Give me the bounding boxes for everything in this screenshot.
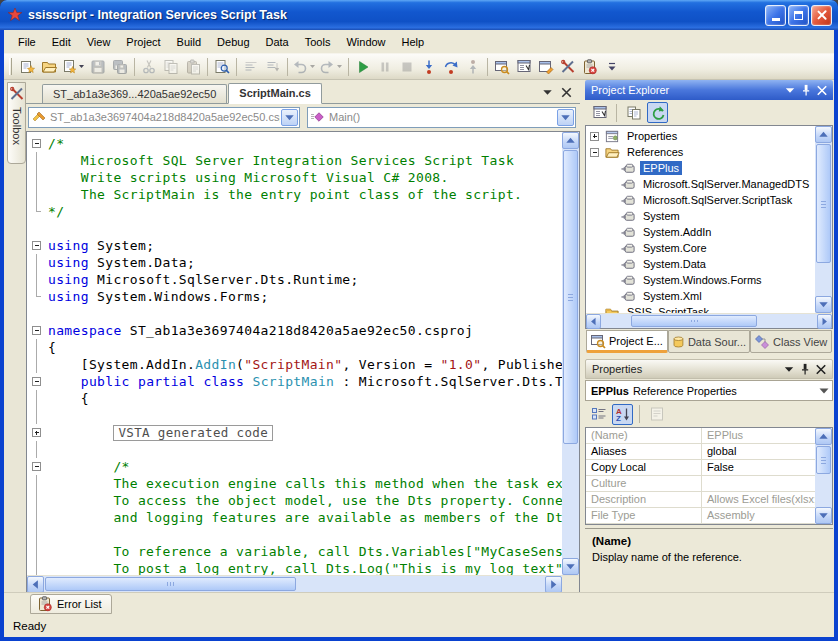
code-line[interactable]: using System.Data; (27, 254, 562, 271)
tree-item-epplus[interactable]: EPPlus (586, 160, 815, 176)
tree-item-microsoft-sqlserver-scripttask[interactable]: Microsoft.SqlServer.ScriptTask (586, 192, 815, 208)
fold-margin[interactable] (27, 271, 48, 288)
code-line[interactable]: using System.Windows.Forms; (27, 288, 562, 305)
document-close-button[interactable] (559, 85, 574, 100)
categorized-button[interactable] (588, 404, 609, 425)
toolbox-tab[interactable]: Toolbox (7, 82, 26, 164)
error-list-tab[interactable]: Error List (30, 594, 112, 614)
collapse-icon[interactable] (32, 326, 41, 335)
code-line[interactable]: */ (27, 203, 562, 220)
error-list-button[interactable] (579, 56, 601, 78)
tree-horizontal-scrollbar[interactable] (586, 313, 832, 328)
project-explorer-menu-button[interactable] (782, 83, 798, 98)
scroll-left-button[interactable] (586, 314, 601, 329)
fold-margin[interactable] (27, 424, 48, 441)
tree-item-system-addin[interactable]: System.AddIn (586, 224, 815, 240)
scroll-thumb[interactable] (816, 144, 831, 263)
menu-file[interactable]: File (10, 32, 44, 52)
code-line[interactable] (27, 220, 562, 237)
members-dropdown-button[interactable] (557, 109, 574, 126)
scroll-right-button[interactable] (817, 314, 832, 329)
fold-margin[interactable] (27, 543, 48, 560)
break-all-button[interactable] (374, 56, 396, 78)
fold-margin[interactable] (27, 390, 48, 407)
open-file-button[interactable] (38, 56, 60, 78)
menu-help[interactable]: Help (394, 32, 433, 52)
property-row[interactable]: (Name)EPPlus (586, 428, 815, 444)
code-line[interactable]: Microsoft SQL Server Integration Service… (27, 152, 562, 169)
fold-margin[interactable] (27, 152, 48, 169)
tree-item-system[interactable]: System (586, 208, 815, 224)
tab-project-e-[interactable]: Project E... (586, 330, 668, 353)
dropdown-caret-icon[interactable] (77, 62, 86, 71)
project-explorer-button[interactable] (491, 56, 513, 78)
scroll-thumb[interactable] (631, 315, 756, 327)
property-value[interactable]: global (702, 444, 815, 459)
code-designer-button[interactable] (535, 56, 557, 78)
property-value[interactable]: Assembly (702, 508, 815, 523)
document-list-button[interactable] (540, 85, 555, 100)
tab-data-sour-[interactable]: Data Sour... (668, 330, 750, 353)
undo-button[interactable] (291, 56, 318, 78)
code-line[interactable] (27, 407, 562, 424)
paste-button[interactable] (182, 56, 204, 78)
save-button[interactable] (87, 56, 109, 78)
tree-item-ssis-scripttask[interactable]: SSIS_ScriptTask (586, 304, 815, 313)
scroll-thumb[interactable] (563, 150, 578, 444)
comment-lines-button[interactable] (240, 56, 262, 78)
toolbar-overflow-button[interactable] (601, 56, 623, 78)
types-dropdown-button[interactable] (281, 109, 298, 126)
properties-window-button[interactable] (513, 56, 535, 78)
code-line[interactable]: and logging features are available as me… (27, 509, 562, 526)
menu-data[interactable]: Data (258, 32, 297, 52)
code-line[interactable] (27, 441, 562, 458)
code-line[interactable]: public partial class ScriptMain : Micros… (27, 373, 562, 390)
menu-debug[interactable]: Debug (209, 32, 257, 52)
code-line[interactable]: /* (27, 135, 562, 152)
code-line[interactable]: [System.AddIn.AddIn("ScriptMain", Versio… (27, 356, 562, 373)
property-row[interactable]: Aliasesglobal (586, 444, 815, 460)
fold-margin[interactable] (27, 254, 48, 271)
start-debugging-button[interactable] (352, 56, 374, 78)
tree-item-system-xml[interactable]: System.Xml (586, 288, 815, 304)
property-pages-button[interactable] (646, 404, 667, 425)
title-bar[interactable]: ssisscript - Integration Services Script… (0, 0, 838, 30)
fold-margin[interactable] (27, 186, 48, 203)
code-editor[interactable]: /* Microsoft SQL Server Integration Serv… (26, 131, 580, 592)
members-dropdown[interactable]: Main() (307, 107, 576, 128)
refresh-button[interactable] (647, 102, 668, 123)
redo-button[interactable] (318, 56, 345, 78)
copy-button[interactable] (160, 56, 182, 78)
fold-margin[interactable] (27, 407, 48, 424)
properties-menu-button[interactable] (781, 362, 797, 377)
properties-pin-button[interactable] (797, 362, 813, 377)
code-line[interactable] (27, 526, 562, 543)
close-button[interactable] (811, 5, 832, 26)
tree-item-references[interactable]: References (586, 144, 815, 160)
fold-margin[interactable] (27, 305, 48, 322)
scroll-track[interactable] (815, 445, 832, 507)
code-line[interactable]: { (27, 390, 562, 407)
properties-header[interactable]: Properties (585, 359, 833, 379)
code-line[interactable]: using Microsoft.SqlServer.Dts.Runtime; (27, 271, 562, 288)
fold-margin[interactable] (27, 560, 48, 575)
fold-margin[interactable] (27, 322, 48, 339)
new-project-button[interactable] (16, 56, 38, 78)
collapse-icon[interactable] (32, 139, 41, 148)
project-explorer-close-button[interactable] (814, 83, 830, 98)
dropdown-caret-icon[interactable] (335, 62, 344, 71)
property-row[interactable]: Culture (586, 476, 815, 492)
scroll-track[interactable] (44, 576, 545, 592)
step-over-button[interactable] (440, 56, 462, 78)
code-line[interactable]: using System; (27, 237, 562, 254)
fold-margin[interactable] (27, 135, 48, 152)
tree-item-system-windows-forms[interactable]: System.Windows.Forms (586, 272, 815, 288)
property-value[interactable]: Allows Excel files(xlsx; (702, 492, 815, 507)
fold-margin[interactable] (27, 492, 48, 509)
grid-vertical-scrollbar[interactable] (815, 428, 832, 524)
fold-margin[interactable] (27, 288, 48, 305)
toolbar-grip[interactable] (9, 58, 12, 75)
code-line[interactable]: Write scripts using Microsoft Visual C# … (27, 169, 562, 186)
menu-project[interactable]: Project (118, 32, 168, 52)
property-row[interactable]: File TypeAssembly (586, 508, 815, 524)
